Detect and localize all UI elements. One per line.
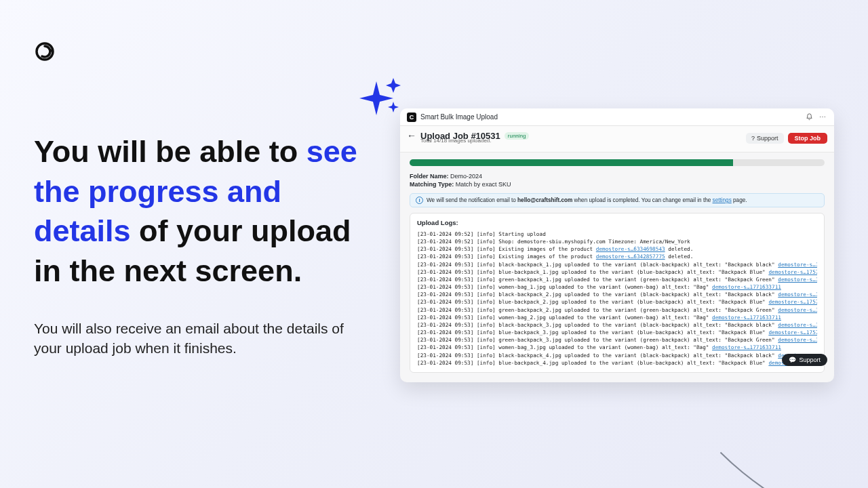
settings-link[interactable]: settings [713,197,732,203]
app-window: C Smart Bulk Image Upload ⋯ ← Upload Job… [400,108,834,382]
matching-row: Matching Type: Match by exact SKU [410,181,825,188]
log-line: [23-01-2024 09:53] [info] green-backpack… [417,336,817,344]
banner-text-mid: when upload is completed. You can change… [572,197,712,203]
log-line: [23-01-2024 09:53] [info] women-bag_2.jp… [417,314,817,321]
stop-job-button[interactable]: Stop Job [788,133,828,144]
log-line: [23-01-2024 09:52] [info] Starting uploa… [417,230,817,238]
headline-part1: You will be able to [34,134,307,169]
log-link[interactable]: demostore-s…1757871151 [768,299,817,305]
bell-icon[interactable] [804,113,814,122]
support-fab-label: Support [799,357,821,363]
upload-count: Total 14/18 images uploaded. [420,138,529,144]
logs-output: [23-01-2024 09:52] [info] Starting uploa… [417,230,817,367]
banner-text-pre: We will send the notification email to [427,197,517,203]
page-header: ← Upload Job #10531 running Total 14/18 … [400,126,834,152]
log-line: [23-01-2024 09:53] [info] green-backpack… [417,276,817,283]
support-button-label: Support [757,135,778,142]
log-line: [23-01-2024 09:53] [info] blue-backpack_… [417,268,817,276]
support-button[interactable]: ? Support [746,133,784,144]
log-link[interactable]: demostore-s…1771633711 [712,284,781,290]
back-button[interactable]: ← [407,130,416,141]
app-title: Smart Bulk Image Upload [420,113,800,121]
banner-email: hello@craftshift.com [517,197,572,203]
support-fab[interactable]: 💬 Support [782,354,827,366]
brand-logo [34,41,56,62]
log-line: [23-01-2024 09:53] [info] women-bag_1.jp… [417,283,817,291]
log-line: [23-01-2024 09:53] [info] blue-backpack_… [417,329,817,336]
more-icon[interactable]: ⋯ [818,113,827,122]
log-link[interactable]: demostore-s…1757871151 [768,269,817,275]
chat-icon: 💬 [789,357,796,363]
folder-label: Folder Name: [410,173,449,180]
log-link[interactable]: demostore-s…17578383 [778,307,817,313]
email-banner: i We will send the notification email to… [410,193,825,207]
banner-text-post: page. [732,197,747,203]
log-line: [23-01-2024 09:53] [info] Existing image… [417,245,817,253]
log-line: [23-01-2024 09:53] [info] black-backpack… [417,291,817,298]
subheadline: You will also receive an email about the… [34,319,346,359]
log-line: [23-01-2024 09:53] [info] black-backpack… [417,352,817,359]
matching-label: Matching Type: [410,181,454,188]
progress-bar [410,159,825,166]
folder-row: Folder Name: Demo-2024 [410,173,825,180]
log-line: [23-01-2024 09:53] [info] Existing image… [417,253,817,260]
progress-fill [410,159,733,166]
headline: You will be able to see the progress and… [34,132,373,291]
log-link[interactable]: demostore-s…1771633711 [712,344,781,350]
info-icon: i [416,197,423,204]
log-link[interactable]: demostore-s…17578383 [778,337,817,343]
matching-value: Match by exact SKU [456,181,511,188]
log-link[interactable]: demostore-s…1771633711 [712,314,781,321]
app-logo-icon: C [407,113,416,122]
log-link[interactable]: demostore-s…1757871151 [768,329,817,336]
logs-title: Upload Logs: [417,219,817,226]
log-line: [23-01-2024 09:52] [info] Shop: demostor… [417,238,817,245]
log-link[interactable]: demostore-s…17579039 [778,291,817,298]
log-line: [23-01-2024 09:53] [info] green-backpack… [417,306,817,314]
log-link[interactable]: demostore-s…6342857775 [596,253,665,260]
log-line: [23-01-2024 09:53] [info] women-bag_3.jp… [417,344,817,351]
log-line: [23-01-2024 09:53] [info] blue-backpack_… [417,359,817,367]
app-titlebar: C Smart Bulk Image Upload ⋯ [400,108,834,126]
log-link[interactable]: demostore-s…17579039 [778,262,817,268]
folder-value: Demo-2024 [450,173,482,180]
help-icon: ? [751,135,755,142]
logs-card: Upload Logs: [23-01-2024 09:52] [info] S… [410,213,825,373]
log-line: [23-01-2024 09:53] [info] black-backpack… [417,321,817,329]
log-link[interactable]: demostore-s…6334698543 [596,246,665,252]
log-link[interactable]: demostore-s…17579039 [778,322,817,328]
log-line: [23-01-2024 09:53] [info] blue-backpack_… [417,298,817,306]
log-line: [23-01-2024 09:53] [info] black-backpack… [417,261,817,268]
log-link[interactable]: demostore-s…17578383 [778,277,817,283]
